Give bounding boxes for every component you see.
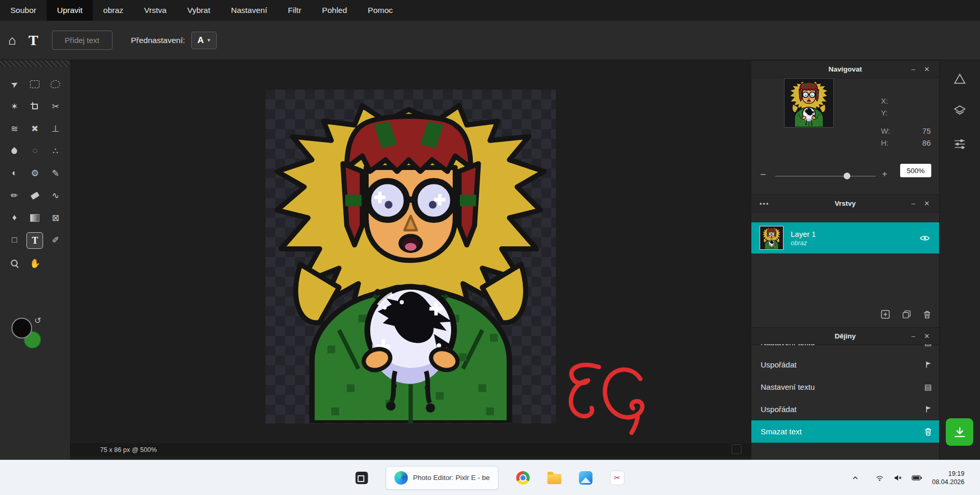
navigate-panel-title: Navigovat [829, 65, 862, 73]
menu-vrstva[interactable]: Vrstva [134, 0, 177, 21]
eraser-tool[interactable] [27, 188, 43, 203]
tone-tool[interactable]: ◐ [7, 165, 22, 181]
smudge-tool[interactable]: ∿ [48, 188, 63, 203]
start-button-icon[interactable] [327, 472, 338, 484]
gradient-tool[interactable] [27, 210, 43, 225]
template-triangle-icon[interactable] [954, 73, 967, 85]
red-handwriting-annotation [562, 360, 670, 445]
foreground-color-well[interactable] [11, 318, 32, 338]
file-explorer-icon[interactable] [547, 474, 561, 484]
layers-rail-icon[interactable] [954, 104, 967, 117]
layer-type: obraz [791, 239, 816, 247]
menu-obraz[interactable]: obraz [93, 0, 134, 21]
clock-date-tray[interactable]: 19:19 08.04.2026 [932, 470, 964, 486]
layer-row[interactable]: Layer 1 obraz [751, 222, 939, 253]
marquee-select-tool[interactable] [27, 76, 43, 92]
right-icon-rail [939, 60, 980, 461]
menu-pohled[interactable]: Pohled [312, 0, 357, 21]
image-artboard[interactable] [265, 90, 556, 423]
menu-nastaveni[interactable]: Nastavení [220, 0, 277, 21]
text-tool[interactable]: T [26, 232, 43, 249]
zoom-tool[interactable] [7, 256, 22, 271]
arrange-tool[interactable]: ➤ [4, 74, 25, 95]
windows-taskbar: Photo Editor: Pixlr E - be ✂ 19:19 08.04… [0, 460, 980, 495]
trash-icon [925, 428, 932, 436]
volume-muted-icon[interactable] [893, 474, 902, 482]
text-doc-icon: ▤ [925, 344, 932, 347]
dither-tool[interactable]: ◌ [27, 143, 43, 159]
crop-tool[interactable] [27, 98, 43, 114]
history-item[interactable]: Uspořádat [751, 353, 939, 376]
clone-stamp-tool[interactable]: ⊥ [48, 121, 63, 136]
menu-bar: Soubor Upravit obraz Vrstva Vybrat Nasta… [0, 0, 980, 21]
taskbar-app-icon[interactable] [356, 472, 368, 484]
glow-tool[interactable]: ⚙ [27, 165, 43, 181]
battery-icon[interactable] [912, 475, 922, 481]
menu-soubor[interactable]: Soubor [0, 0, 47, 21]
wifi-icon[interactable] [875, 474, 884, 482]
add-text-button[interactable]: Přidej text [52, 31, 113, 50]
heal-tool[interactable]: ✚ [24, 118, 46, 139]
close-icon[interactable]: ✕ [924, 61, 930, 78]
status-bar-button[interactable] [732, 444, 741, 454]
liquify-tool[interactable]: ≋ [7, 121, 22, 136]
canvas-area[interactable]: 75 x 86 px @ 500% [70, 60, 751, 461]
history-item-clipped[interactable]: Nastavení textu ▤ [751, 344, 939, 353]
frame-tool[interactable]: ⊠ [48, 210, 63, 225]
zoom-in-button[interactable]: + [882, 169, 887, 179]
hand-tool[interactable]: ✋ [27, 256, 43, 271]
layer-visibility-eye-icon[interactable] [920, 235, 930, 242]
zoom-slider-knob[interactable] [844, 173, 850, 179]
image-size-zoom-status: 75 x 86 px @ 500% [100, 446, 157, 454]
picker-tool[interactable]: ✐ [48, 232, 63, 248]
panel-menu-icon[interactable]: ••• [760, 200, 769, 207]
minimize-icon[interactable]: – [912, 195, 915, 212]
chevron-down-icon: ▾ [207, 37, 211, 44]
lasso-select-tool[interactable] [48, 76, 63, 92]
duplicate-layer-icon[interactable] [902, 310, 911, 319]
home-icon[interactable]: ⌂ [8, 33, 16, 48]
history-item[interactable]: Nastavení textu ▤ [751, 376, 939, 398]
panel-column: Navigovat – ✕ X: Y: W:75 H:86 [751, 60, 939, 461]
menu-upravit[interactable]: Upravit [47, 0, 93, 21]
minimize-icon[interactable]: – [912, 61, 915, 78]
swap-colors-icon[interactable]: ↺ [34, 316, 41, 326]
tool-options-bar: ⌂ T Přidej text Přednastavení: A ▾ [0, 21, 980, 60]
close-icon[interactable]: ✕ [924, 195, 930, 212]
photos-app-icon[interactable] [579, 471, 592, 485]
text-tool-indicator-icon: T [29, 32, 38, 49]
palette-hatch-strip [0, 60, 70, 67]
fill-tool[interactable]: ♦ [7, 210, 22, 225]
detail-tool[interactable] [7, 143, 22, 159]
history-item-active[interactable]: Smazat text [751, 420, 939, 443]
delete-layer-trash-icon[interactable] [923, 310, 931, 319]
cutout-tool[interactable]: ✂ [48, 98, 63, 114]
tray-chevron-icon[interactable] [852, 475, 859, 481]
zoom-value-field[interactable]: 500% [900, 164, 931, 177]
close-icon[interactable]: ✕ [924, 328, 930, 345]
font-preset-dropdown[interactable]: A ▾ [191, 32, 217, 49]
draw-tool[interactable]: ✏ [7, 188, 22, 203]
minimize-icon[interactable]: – [912, 328, 915, 345]
snipping-tool-icon[interactable]: ✂ [610, 471, 624, 485]
history-item[interactable]: Uspořádat [751, 398, 939, 420]
download-save-button[interactable] [946, 418, 973, 446]
edge-window-title: Photo Editor: Pixlr E - be [413, 474, 490, 482]
zoom-slider[interactable] [775, 176, 876, 177]
wand-select-tool[interactable]: ✶ [7, 98, 22, 114]
shape-tool[interactable]: □ [7, 232, 22, 248]
navigator-thumbnail[interactable] [784, 78, 834, 128]
zoom-out-button[interactable]: – [761, 169, 765, 179]
edge-taskbar-button[interactable]: Photo Editor: Pixlr E - be [386, 466, 499, 490]
menu-filtr[interactable]: Filtr [277, 0, 312, 21]
chrome-icon[interactable] [516, 471, 529, 485]
replace-color-tool[interactable]: ∴ [48, 143, 63, 159]
adjust-sliders-icon[interactable] [954, 138, 967, 150]
pen-tool[interactable]: ✎ [48, 165, 63, 181]
add-layer-icon[interactable] [881, 310, 890, 319]
nav-h-row: H:86 [881, 139, 931, 147]
history-panel: Dějiny – ✕ Nastavení textu ▤ Uspořádat [751, 327, 939, 461]
menu-vybrat[interactable]: Vybrat [177, 0, 220, 21]
menu-pomoc[interactable]: Pomoc [357, 0, 403, 21]
layer-thumbnail [760, 226, 783, 250]
